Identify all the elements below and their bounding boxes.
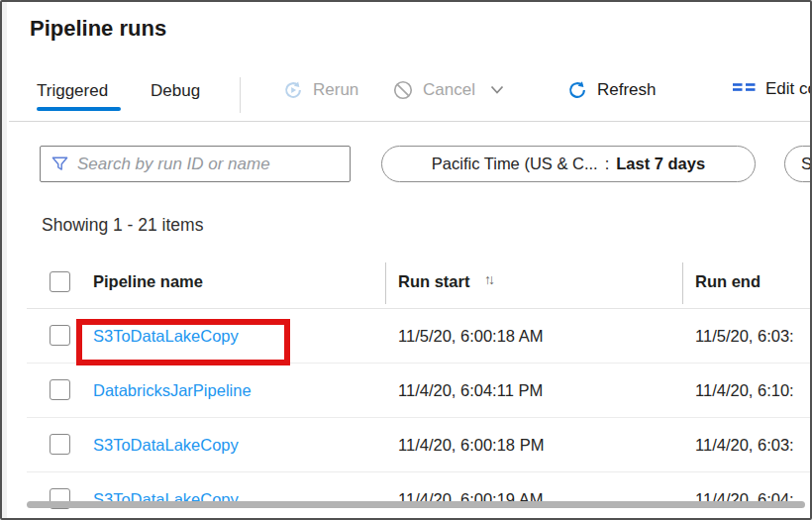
- status-filter-pill[interactable]: S: [784, 146, 812, 182]
- time-range-filter-pill[interactable]: Pacific Time (US & C... : Last 7 days: [381, 146, 756, 182]
- status-pill-label: S: [801, 155, 812, 173]
- tab-toolbar-row: Triggered Debug Rerun Cancel: [2, 77, 810, 121]
- timezone-label: Pacific Time (US & C...: [432, 155, 598, 173]
- column-header-run-start[interactable]: Run start: [398, 272, 469, 291]
- search-input[interactable]: [77, 155, 340, 174]
- rerun-label: Rerun: [313, 80, 358, 100]
- pipeline-name-link[interactable]: S3ToDataLakeCopy: [93, 327, 239, 346]
- run-end-cell: 11/4/20, 6:03:: [695, 436, 794, 455]
- edit-columns-label: Edit col: [765, 79, 812, 99]
- table-row: S3ToDataLakeCopy 11/4/20, 6:00:19 AM 11/…: [2, 472, 810, 520]
- table-row: S3ToDataLakeCopy 11/4/20, 6:00:18 PM 11/…: [2, 418, 810, 472]
- search-box[interactable]: [40, 146, 351, 182]
- run-start-cell: 11/4/20, 6:00:18 PM: [398, 436, 544, 455]
- cancel-label: Cancel: [423, 80, 475, 100]
- cancel-button[interactable]: Cancel: [392, 79, 504, 101]
- cancel-icon: [392, 79, 414, 101]
- column-divider: [385, 262, 386, 304]
- edit-columns-button[interactable]: Edit col: [732, 79, 812, 99]
- edit-columns-icon: [732, 79, 757, 99]
- row-checkbox[interactable]: [50, 325, 70, 346]
- pill-separator: :: [605, 155, 610, 173]
- table-row: S3ToDataLakeCopy 11/5/20, 6:00:18 AM 11/…: [2, 309, 810, 364]
- refresh-icon: [566, 79, 588, 101]
- pipeline-name-link[interactable]: S3ToDataLakeCopy: [93, 436, 239, 455]
- items-count-summary: Showing 1 - 21 items: [42, 215, 203, 236]
- rerun-icon: [282, 79, 304, 101]
- filter-funnel-icon: [51, 155, 69, 173]
- run-end-cell: 11/4/20, 6:10:: [695, 381, 794, 400]
- rerun-button[interactable]: Rerun: [282, 79, 358, 101]
- run-start-cell: 11/5/20, 6:00:18 AM: [398, 327, 543, 346]
- page-title: Pipeline runs: [30, 16, 166, 42]
- select-all-checkbox[interactable]: [50, 271, 70, 292]
- column-divider: [682, 262, 683, 304]
- refresh-label: Refresh: [597, 80, 657, 100]
- active-tab-indicator: [37, 107, 121, 111]
- column-header-pipeline-name[interactable]: Pipeline name: [93, 272, 203, 291]
- tab-debug[interactable]: Debug: [151, 81, 200, 101]
- table-header: Pipeline name Run start ↑↓ Run end: [2, 255, 810, 309]
- sort-icon[interactable]: ↑↓: [484, 271, 492, 287]
- horizontal-scrollbar[interactable]: [27, 501, 805, 508]
- time-range-value: Last 7 days: [616, 155, 705, 173]
- row-checkbox[interactable]: [50, 434, 70, 455]
- pipeline-name-link[interactable]: DatabricksJarPipeline: [93, 381, 252, 400]
- pipeline-runs-page: Pipeline runs Triggered Debug Rerun: [0, 0, 812, 520]
- refresh-button[interactable]: Refresh: [566, 79, 657, 101]
- toolbar-divider: [240, 77, 241, 113]
- run-start-cell: 11/4/20, 6:04:11 PM: [398, 381, 543, 400]
- chevron-down-icon: [490, 85, 504, 95]
- run-end-cell: 11/5/20, 6:03:: [695, 327, 794, 346]
- tab-triggered[interactable]: Triggered: [37, 81, 108, 101]
- row-checkbox[interactable]: [50, 379, 70, 400]
- toolbar-separator: [9, 121, 810, 122]
- column-header-run-end[interactable]: Run end: [695, 272, 761, 291]
- table-row: DatabricksJarPipeline 11/4/20, 6:04:11 P…: [2, 364, 810, 418]
